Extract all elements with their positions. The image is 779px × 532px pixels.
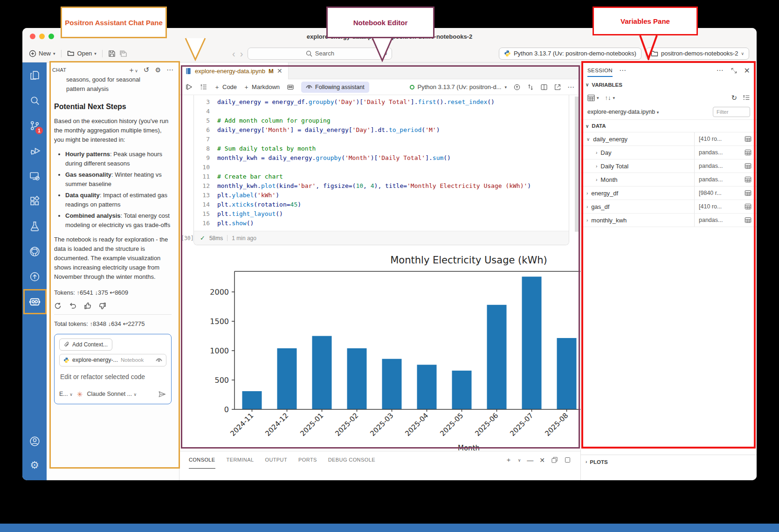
variable-row[interactable]: ∨daily_energy[410 ro... <box>581 132 757 146</box>
variable-row[interactable]: ›Daypandas... <box>581 146 757 159</box>
layout-grid-button[interactable]: ▾ <box>587 95 599 101</box>
code-line[interactable]: 6daily_energy['Month'] = daily_energy['D… <box>194 125 569 135</box>
close-tab-icon[interactable]: ✕ <box>277 67 283 75</box>
thumbs-down-icon[interactable] <box>99 302 106 310</box>
sidebar-item-settings[interactable]: ⚙ <box>22 453 47 477</box>
thumbs-up-icon[interactable] <box>84 302 91 310</box>
open-data-viewer-icon[interactable] <box>739 149 757 156</box>
chevron-right-icon[interactable]: › <box>586 204 588 209</box>
context-chip-notebook[interactable]: explore-energy-... Notebook <box>59 354 166 366</box>
code-line[interactable]: 12monthly_kwh.plot(kind='bar', figsize=(… <box>194 181 569 191</box>
split-editor-icon[interactable] <box>540 83 548 91</box>
chat-history-icon[interactable]: ↺ <box>144 66 150 74</box>
back-button[interactable]: ‹ <box>232 49 235 58</box>
kernel-selector[interactable]: Python 3.13.7 (Uv: positron-d... ▾ <box>410 83 507 90</box>
sidebar-item-run-debug[interactable] <box>22 138 47 163</box>
outline-icon[interactable] <box>200 83 207 90</box>
sync-compare-icon[interactable] <box>527 83 534 91</box>
variable-row[interactable]: ›Monthpandas... <box>581 173 757 187</box>
code-line[interactable]: 5# Add month column for grouping <box>194 116 569 125</box>
regenerate-icon[interactable] <box>54 302 62 310</box>
eye-icon[interactable] <box>156 358 162 363</box>
plots-section-header[interactable]: › PLOTS <box>581 455 757 469</box>
refresh-icon[interactable]: ↻ <box>731 94 737 102</box>
minimize-panel-icon[interactable]: — <box>527 456 533 464</box>
code-line[interactable]: 3daily_energy = energy_df.groupby('Day')… <box>194 97 569 107</box>
panel-tab-terminal[interactable]: TERMINAL <box>227 451 254 469</box>
code-line[interactable]: 11# Create bar chart <box>194 172 569 181</box>
chevron-right-icon[interactable]: › <box>586 218 588 223</box>
sidebar-item-github[interactable] <box>22 239 47 264</box>
sidebar-item-account[interactable] <box>22 429 47 453</box>
workspace-selector[interactable]: positron-demos-notebooks-2 ∨ <box>646 48 749 60</box>
sidebar-item-explorer[interactable] <box>22 62 47 88</box>
add-markdown-cell-button[interactable]: ＋ Markdown <box>243 83 280 91</box>
variable-row[interactable]: ›energy_df[9840 r... <box>581 187 757 200</box>
following-assistant-pill[interactable]: Following assistant <box>301 82 369 93</box>
close-pane-icon[interactable]: ✕ <box>744 66 750 75</box>
open-data-viewer-icon[interactable] <box>739 163 757 169</box>
open-data-viewer-icon[interactable] <box>739 136 757 142</box>
new-console-icon[interactable]: ＋ <box>505 456 512 464</box>
chat-prompt-input[interactable]: Edit or refactor selected code <box>60 372 165 382</box>
close-panel-icon[interactable]: ✕ <box>539 456 545 464</box>
run-all-icon[interactable] <box>185 83 193 91</box>
open-external-icon[interactable] <box>554 83 561 91</box>
variable-row[interactable]: ›monthly_kwhpandas... <box>581 214 757 227</box>
sidebar-item-positron-assistant[interactable] <box>22 289 47 314</box>
sidebar-item-source-control[interactable]: 1 <box>22 113 47 138</box>
source-selector[interactable]: explore-energy-data.ipynb ▾ <box>587 109 659 115</box>
mode-selector[interactable]: E... ∨ <box>59 390 73 399</box>
sidebar-item-extensions[interactable] <box>22 188 47 214</box>
send-button[interactable] <box>158 390 166 399</box>
maximize-panel-icon[interactable] <box>564 456 571 463</box>
open-data-viewer-icon[interactable] <box>739 217 757 223</box>
add-context-button[interactable]: Add Context... <box>59 339 112 351</box>
new-button[interactable]: New ▾ <box>29 50 55 57</box>
code-line[interactable]: 9monthly_kwh = daily_energy.groupby('Mon… <box>194 153 569 163</box>
expand-pane-icon[interactable] <box>731 67 738 74</box>
sort-button[interactable]: ↑↓▾ <box>605 94 615 101</box>
code-line[interactable]: 7 <box>194 135 569 144</box>
save-button[interactable] <box>108 50 116 57</box>
forward-button[interactable]: › <box>240 49 243 58</box>
panel-tab-ports[interactable]: PORTS <box>298 451 317 469</box>
search-input[interactable]: Search ∨ <box>248 48 392 60</box>
sidebar-item-search[interactable] <box>22 88 47 113</box>
more-actions-icon[interactable]: ⋯ <box>717 66 724 75</box>
save-all-button[interactable] <box>119 50 127 57</box>
new-chat-button[interactable]: ＋∨ <box>128 66 138 75</box>
chevron-down-icon[interactable]: ∨ <box>518 458 521 463</box>
filter-input[interactable]: Filter <box>713 107 750 117</box>
chevron-right-icon[interactable]: › <box>586 191 588 196</box>
sidebar-item-publish[interactable] <box>22 264 47 289</box>
chevron-right-icon[interactable]: › <box>596 164 597 169</box>
more-actions-icon[interactable]: ⋯ <box>567 83 575 91</box>
panel-tab-console[interactable]: CONSOLE <box>189 451 215 469</box>
chevron-right-icon[interactable]: › <box>596 177 597 182</box>
open-data-viewer-icon[interactable] <box>739 190 757 196</box>
open-data-viewer-icon[interactable] <box>739 203 757 210</box>
open-button[interactable]: Open ▾ <box>67 50 97 57</box>
chat-more-actions-icon[interactable]: ⋯ <box>166 66 173 74</box>
assistant-robot-icon[interactable] <box>286 83 295 91</box>
interpreter-selector[interactable]: Python 3.13.7 (Uv: positron-demo-noteboo… <box>499 48 641 60</box>
model-selector[interactable]: Claude Sonnet ... ∨ <box>87 390 137 399</box>
data-group-header[interactable]: ∨ DATA <box>581 119 757 132</box>
undo-icon[interactable] <box>69 302 76 310</box>
code-line[interactable]: 16plt.show() <box>194 219 569 228</box>
code-editor[interactable]: 3daily_energy = energy_df.groupby('Day')… <box>194 95 569 231</box>
session-list-more-icon[interactable]: ⋯ <box>619 66 627 75</box>
publish-icon[interactable] <box>513 83 521 91</box>
list-view-icon[interactable] <box>743 95 750 101</box>
panel-tab-debug-console[interactable]: DEBUG CONSOLE <box>328 451 375 469</box>
chevron-down-icon[interactable]: ∨ <box>586 137 590 142</box>
code-line[interactable]: 4 <box>194 107 569 116</box>
chat-settings-gear-icon[interactable]: ⚙ <box>155 66 161 74</box>
tab-session[interactable]: SESSION <box>587 64 613 77</box>
code-cell[interactable]: 3daily_energy = energy_df.groupby('Day')… <box>193 95 569 245</box>
restore-panel-icon[interactable] <box>551 456 558 463</box>
panel-tab-output[interactable]: OUTPUT <box>265 451 287 469</box>
variable-row[interactable]: ›Daily Totalpandas... <box>581 159 757 173</box>
code-line[interactable]: 13plt.ylabel('kWh') <box>194 191 569 200</box>
